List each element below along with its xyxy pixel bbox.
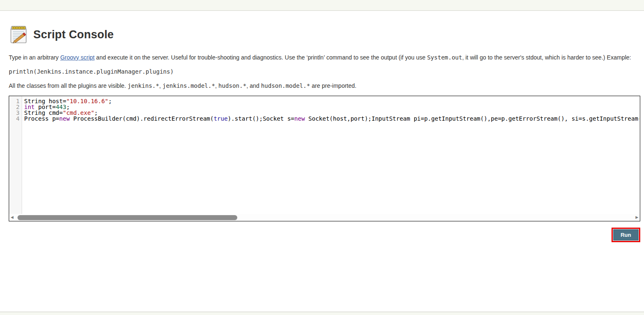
line-number: 3 [9,110,20,116]
main-panel: Script Console Type in an arbitrary Groo… [0,25,644,242]
package-hudson-model: hudson.model.* [261,82,310,89]
footer-bar [0,312,644,315]
script-console-icon [9,25,29,45]
package-hudson: hudson.* [218,82,246,89]
groovy-script-link[interactable]: Groovy script [60,54,94,61]
code-line[interactable]: Process p=new ProcessBuilder(cmd).redire… [24,116,639,122]
scrollbar-thumb[interactable] [17,215,237,220]
example-paragraph: println(Jenkins.instance.pluginManager.p… [9,68,640,75]
classes-text-2: are pre-imported. [310,82,356,89]
script-editor[interactable]: 1234 String host="10.10.16.6";int port=4… [9,96,640,221]
run-button-highlight-ring: Run [612,228,640,242]
run-button[interactable]: Run [613,229,639,241]
code-line[interactable]: String host="10.10.16.6"; [24,98,639,104]
classes-paragraph: All the classes from all the plugins are… [9,82,640,89]
intro-text-3: , it will go to the server's stdout, whi… [462,54,631,61]
example-code: println(Jenkins.instance.pluginManager.p… [9,68,174,75]
line-number: 1 [9,98,20,104]
line-number: 2 [9,104,20,110]
intro-text-2: and execute it on the server. Useful for… [94,54,427,61]
horizontal-scrollbar[interactable]: ◀ ▶ [9,214,640,221]
line-number: 4 [9,116,20,122]
page-title: Script Console [33,28,114,41]
code-line[interactable]: String cmd="cmd.exe"; [24,110,639,116]
page-header: Script Console [9,25,640,45]
code-line[interactable]: int port=443; [24,104,639,110]
package-jenkins-model: jenkins.model.* [162,82,215,89]
line-numbers: 1234 [9,96,22,214]
package-jenkins: jenkins.* [128,82,159,89]
classes-text-1: All the classes from all the plugins are… [9,82,128,89]
scroll-left-arrow-icon[interactable]: ◀ [9,214,15,221]
system-out-code: System.out [427,54,462,61]
separator: , and [246,82,261,89]
intro-text-1: Type in an arbitrary [9,54,60,61]
intro-paragraph: Type in an arbitrary Groovy script and e… [9,54,640,61]
scroll-right-arrow-icon[interactable]: ▶ [634,214,640,221]
code-lines[interactable]: String host="10.10.16.6";int port=443;St… [22,96,639,214]
top-bar [0,0,644,11]
scrollbar-track[interactable] [15,215,634,220]
run-button-row: Run [9,228,640,242]
